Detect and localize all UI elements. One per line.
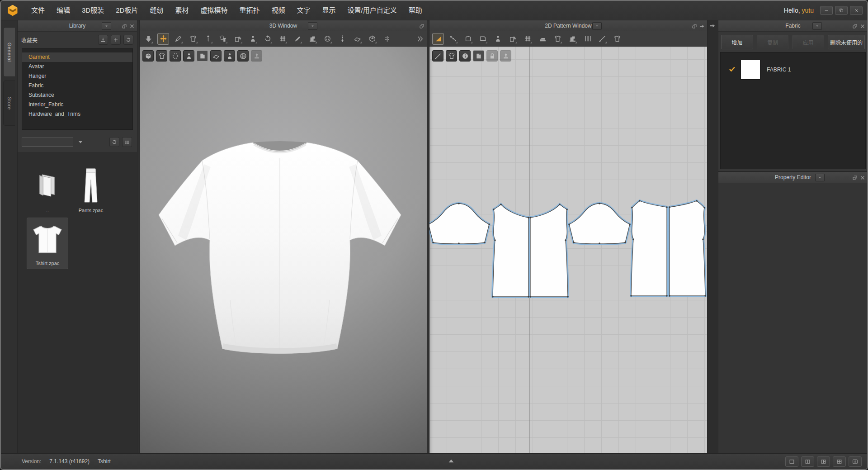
- side-tab-store[interactable]: Store: [3, 81, 15, 126]
- stamp-2d-icon[interactable]: [500, 50, 511, 62]
- fabric-add-button[interactable]: 增加: [721, 35, 753, 49]
- property-editor-dropdown-button[interactable]: [815, 174, 825, 181]
- show-fabric-icon[interactable]: [197, 50, 208, 62]
- polygon-icon[interactable]: [462, 33, 474, 45]
- minimize-button[interactable]: [820, 6, 833, 15]
- window-2d-dropdown-button[interactable]: [592, 22, 602, 30]
- pattern-piece-sleeve-left[interactable]: [429, 204, 489, 244]
- window-2d-collapse-icon[interactable]: [699, 23, 705, 31]
- window-3d-float-icon[interactable]: [419, 23, 425, 31]
- flatten-icon[interactable]: [351, 33, 363, 45]
- library-item-tshirt[interactable]: Tshirt.zpac: [27, 218, 68, 269]
- folder-hardware-and-trims[interactable]: Hardware_and_Trims: [22, 109, 132, 119]
- pattern-piece-front-left[interactable]: [493, 204, 528, 297]
- sewing-machine-icon[interactable]: [566, 33, 578, 45]
- folder-avatar[interactable]: Avatar: [22, 62, 132, 71]
- library-item-parent-folder[interactable]: ..: [27, 164, 68, 216]
- show-garment-icon[interactable]: [156, 50, 167, 62]
- pattern-piece-front-right[interactable]: [530, 204, 568, 297]
- layout-reset-button[interactable]: [849, 456, 862, 467]
- menu-display[interactable]: 显示: [316, 1, 342, 20]
- grid-texture-icon[interactable]: [277, 33, 288, 45]
- folder-garment[interactable]: Garment: [22, 52, 132, 62]
- folder-fabric[interactable]: Fabric: [22, 81, 132, 90]
- select-move-icon[interactable]: [157, 33, 169, 45]
- menu-3d-garment[interactable]: 3D服装: [76, 1, 110, 20]
- avatar-tape-icon[interactable]: [247, 33, 259, 45]
- fabric-row[interactable]: FABRIC 1: [721, 58, 865, 81]
- close-button[interactable]: [850, 6, 863, 15]
- shirt-cursor-icon[interactable]: [552, 33, 563, 45]
- restore-button[interactable]: [835, 6, 848, 15]
- library-view-mode-button[interactable]: [122, 137, 132, 147]
- layout-quad-button[interactable]: [833, 456, 846, 467]
- show-seam-icon[interactable]: [432, 50, 443, 62]
- garment-3d[interactable]: [140, 47, 427, 455]
- property-editor-close-icon[interactable]: [860, 174, 865, 182]
- library-item-pants[interactable]: Pants.zpac: [70, 164, 112, 216]
- favorites-refresh-button[interactable]: [123, 35, 133, 45]
- pattern-piece-back-left[interactable]: [631, 201, 667, 296]
- folder-substance[interactable]: Substance: [22, 90, 132, 100]
- pin-icon[interactable]: [202, 33, 214, 45]
- fabric-apply-button[interactable]: 应用: [792, 35, 824, 49]
- favorites-add-button[interactable]: [111, 35, 121, 45]
- edit-pattern-icon[interactable]: [447, 33, 459, 45]
- menu-settings[interactable]: 设置/用户自定义: [342, 1, 403, 20]
- library-search-input[interactable]: [22, 138, 73, 147]
- show-3d-box-icon[interactable]: [142, 50, 154, 62]
- folder-hanger[interactable]: Hanger: [22, 71, 132, 81]
- window-2d-float-icon[interactable]: [692, 23, 697, 31]
- library-dropdown-button[interactable]: [102, 22, 111, 30]
- fabric-copy-button[interactable]: 复制: [757, 35, 789, 49]
- window-3d-dropdown-button[interactable]: [308, 22, 317, 30]
- statusbar-expand-icon[interactable]: [448, 457, 455, 465]
- fabric-check-icon[interactable]: [728, 66, 736, 74]
- menu-text[interactable]: 文字: [291, 1, 316, 20]
- library-refresh-button[interactable]: [109, 137, 119, 147]
- pleats-icon[interactable]: [581, 33, 593, 45]
- menu-video[interactable]: 视频: [265, 1, 291, 20]
- pattern-piece-sleeve-right[interactable]: [569, 204, 630, 244]
- search-filter-dropdown-icon[interactable]: [77, 138, 84, 146]
- menu-avatar[interactable]: 虚拟模特: [194, 1, 233, 20]
- show-form-icon[interactable]: [210, 50, 222, 62]
- menu-2d-pattern[interactable]: 2D板片: [110, 1, 144, 20]
- move-garment-icon[interactable]: [217, 33, 229, 45]
- show-pins-icon[interactable]: [170, 50, 181, 62]
- layout-one-two-button[interactable]: [817, 456, 830, 467]
- fold-arrangement-icon[interactable]: [366, 33, 378, 45]
- show-garment-2d-icon[interactable]: [446, 50, 457, 62]
- viewport-2d[interactable]: [429, 47, 707, 455]
- fabric-delete-unused-button[interactable]: 删除未使用的: [828, 35, 865, 49]
- pen-line-icon[interactable]: [596, 33, 608, 45]
- show-body-icon[interactable]: [224, 50, 235, 62]
- property-editor-float-icon[interactable]: [852, 174, 858, 182]
- layout-single-button[interactable]: [785, 456, 798, 467]
- viewport-3d[interactable]: [140, 47, 427, 455]
- layout-two-pane-button[interactable]: [801, 456, 814, 467]
- library-close-icon[interactable]: [129, 23, 135, 31]
- menu-edit[interactable]: 编辑: [51, 1, 76, 20]
- library-float-icon[interactable]: [122, 23, 127, 31]
- menu-file[interactable]: 文件: [25, 1, 51, 20]
- rotate-2d-icon[interactable]: [507, 33, 519, 45]
- fabric-swatch[interactable]: [741, 60, 760, 80]
- zipper-icon[interactable]: [336, 33, 348, 45]
- show-info-icon[interactable]: [459, 50, 471, 62]
- fabric-dropdown-button[interactable]: [812, 22, 822, 30]
- grid-2d-icon[interactable]: [522, 33, 533, 45]
- side-tab-general[interactable]: General: [3, 27, 15, 77]
- rotate-garment-icon[interactable]: [262, 33, 274, 45]
- button-tool-icon[interactable]: [321, 33, 333, 45]
- pattern-piece-back-right[interactable]: [670, 201, 705, 296]
- select-mesh-icon[interactable]: [172, 33, 184, 45]
- sewing-icon[interactable]: [307, 33, 318, 45]
- toolbar-3d-overflow-icon[interactable]: [416, 35, 424, 43]
- rectangle-icon[interactable]: [477, 33, 489, 45]
- remesh-icon[interactable]: [232, 33, 244, 45]
- menu-material[interactable]: 素材: [169, 1, 194, 20]
- iron-icon[interactable]: [537, 33, 548, 45]
- stamp-3d-icon[interactable]: [251, 50, 262, 62]
- simulate-icon[interactable]: [142, 33, 154, 45]
